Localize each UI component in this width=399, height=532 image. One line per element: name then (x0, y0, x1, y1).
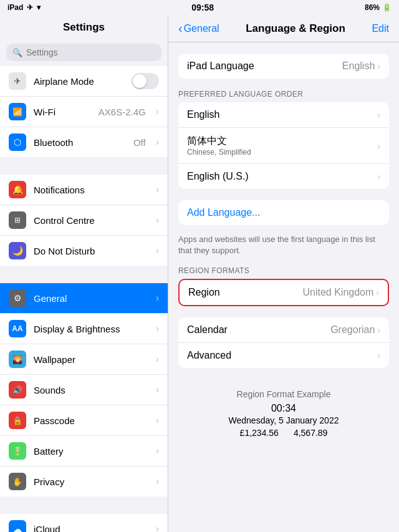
wallpaper-label: Wallpaper (34, 354, 75, 365)
nav-back-button[interactable]: ‹ General (178, 21, 219, 36)
search-input[interactable] (26, 47, 155, 57)
search-bar[interactable]: 🔍 (6, 44, 161, 61)
bluetooth-icon: ⬡ (9, 133, 26, 151)
control-centre-label: Control Centre (34, 215, 95, 226)
sounds-chevron: › (156, 384, 159, 395)
sidebar-section-general: ⚙ General › AA Display & Brightness › 🌄 … (0, 283, 168, 496)
sidebar-section-notifications: 🔔 Notifications › ⊞ Control Centre › 🌙 D… (0, 175, 168, 266)
battery-label: Battery (34, 446, 64, 457)
sidebar-item-control-centre[interactable]: ⊞ Control Centre › (0, 205, 168, 236)
region-value: United Kingdom (302, 287, 373, 298)
status-bar: iPad ✈ ▾ 09:58 86% 🔋 (0, 0, 399, 15)
nav-bar: ‹ General Language & Region Edit (168, 15, 399, 42)
sidebar-item-general[interactable]: ⚙ General › (0, 283, 168, 314)
preferred-language-label: PREFERRED LANGUAGE ORDER (168, 90, 399, 102)
bluetooth-chevron: › (156, 137, 159, 148)
bluetooth-label: Bluetooth (34, 137, 73, 148)
sidebar-item-icloud[interactable]: ☁ iCloud › (0, 514, 168, 532)
nav-edit-button[interactable]: Edit (372, 23, 389, 34)
language-row-english[interactable]: English › (178, 102, 389, 128)
sidebar: Settings 🔍 ✈ Airplane Mode 📶 Wi-Fi AX6S-… (0, 15, 168, 532)
calendar-advanced-card: Calendar Gregorian › Advanced › (178, 317, 389, 368)
add-language-button[interactable]: Add Language... (178, 200, 389, 225)
control-centre-chevron: › (156, 215, 159, 226)
battery-chevron: › (156, 445, 159, 457)
sounds-icon: 🔊 (9, 381, 26, 399)
advanced-label: Advanced (187, 350, 377, 361)
display-chevron: › (156, 323, 159, 334)
wallpaper-icon: 🌄 (9, 351, 26, 368)
notifications-chevron: › (156, 184, 159, 195)
sidebar-item-wifi[interactable]: 📶 Wi-Fi AX6S-2.4G › (0, 97, 168, 127)
ipad-language-chevron: › (377, 61, 380, 71)
language-order-section: PREFERRED LANGUAGE ORDER English › 简体中文 … (168, 90, 399, 266)
region-row[interactable]: Region United Kingdom › (180, 280, 388, 305)
format-num2: 4,567.89 (294, 428, 328, 438)
passcode-chevron: › (156, 415, 159, 426)
airplane-toggle[interactable] (132, 73, 159, 89)
sidebar-divider-1 (0, 157, 168, 175)
lang-chinese-main: 简体中文 (187, 135, 377, 148)
language-hint: Apps and websites will use the first lan… (168, 230, 399, 266)
wifi-value: AX6S-2.4G (99, 107, 146, 117)
region-label: Region (188, 287, 302, 298)
sidebar-item-display[interactable]: AA Display & Brightness › (0, 314, 168, 344)
icloud-label: iCloud (34, 524, 60, 533)
passcode-icon: 🔒 (9, 412, 26, 429)
nav-back-label: General (184, 23, 219, 34)
passcode-label: Passcode (34, 415, 75, 426)
calendar-row[interactable]: Calendar Gregorian › (178, 317, 389, 343)
display-icon: AA (9, 320, 26, 337)
language-row-chinese[interactable]: 简体中文 Chinese, Simplified › (178, 128, 389, 164)
ipad-language-row[interactable]: iPad Language English › (178, 54, 389, 79)
do-not-disturb-icon: 🌙 (9, 242, 26, 259)
ipad-language-label: iPad Language (187, 60, 342, 72)
calendar-label: Calendar (187, 324, 330, 336)
lang-english-us-label: English (U.S.) (187, 171, 377, 182)
advanced-row[interactable]: Advanced › (178, 343, 389, 368)
back-chevron-icon: ‹ (178, 21, 183, 36)
ipad-label: iPad (7, 3, 23, 12)
ipad-language-value: English (342, 60, 375, 72)
language-list-card: English › 简体中文 Chinese, Simplified › Eng… (178, 102, 389, 189)
search-icon: 🔍 (12, 48, 22, 57)
lang-chinese-wrapper: 简体中文 Chinese, Simplified (187, 135, 377, 157)
wifi-chevron: › (156, 106, 159, 117)
sidebar-item-passcode[interactable]: 🔒 Passcode › (0, 405, 168, 436)
privacy-label: Privacy (34, 476, 64, 487)
format-example-title: Region Format Example (188, 389, 379, 399)
format-date: Wednesday, 5 January 2022 (188, 415, 379, 425)
sidebar-section-cloud: ☁ iCloud › 🎵 iTunes & App Store › (0, 514, 168, 532)
status-time: 09:58 (191, 2, 214, 12)
sidebar-item-notifications[interactable]: 🔔 Notifications › (0, 175, 168, 205)
wallpaper-chevron: › (156, 354, 159, 365)
sidebar-item-do-not-disturb[interactable]: 🌙 Do Not Disturb › (0, 236, 168, 266)
main-layout: Settings 🔍 ✈ Airplane Mode 📶 Wi-Fi AX6S-… (0, 15, 399, 532)
language-row-english-us[interactable]: English (U.S.) › (178, 164, 389, 189)
sidebar-divider-2 (0, 266, 168, 283)
calendar-advanced-section: Calendar Gregorian › Advanced › (178, 317, 389, 368)
sidebar-item-airplane[interactable]: ✈ Airplane Mode (0, 66, 168, 97)
nav-title: Language & Region (246, 22, 345, 35)
ipad-language-card: iPad Language English › (178, 54, 389, 79)
region-chevron: › (376, 288, 379, 297)
sidebar-item-sounds[interactable]: 🔊 Sounds › (0, 375, 168, 405)
general-icon: ⚙ (9, 289, 26, 307)
format-example-section: Region Format Example 00:34 Wednesday, 5… (178, 379, 389, 448)
icloud-chevron: › (156, 523, 159, 532)
bluetooth-value: Off (133, 137, 146, 148)
display-label: Display & Brightness (34, 324, 120, 334)
sidebar-item-privacy[interactable]: ✋ Privacy › (0, 467, 168, 496)
sidebar-item-bluetooth[interactable]: ⬡ Bluetooth Off › (0, 127, 168, 157)
sounds-label: Sounds (34, 385, 65, 395)
right-panel: ‹ General Language & Region Edit iPad La… (168, 15, 399, 532)
battery-icon: 🔋 (382, 3, 392, 12)
notifications-icon: 🔔 (9, 181, 26, 198)
privacy-chevron: › (156, 476, 159, 487)
format-num1: £1,234.56 (240, 428, 279, 438)
notifications-label: Notifications (34, 185, 85, 195)
sidebar-item-battery[interactable]: 🔋 Battery › (0, 436, 168, 467)
sidebar-item-wallpaper[interactable]: 🌄 Wallpaper › (0, 344, 168, 375)
wifi-signal: ▾ (37, 3, 41, 12)
do-not-disturb-label: Do Not Disturb (34, 246, 95, 256)
